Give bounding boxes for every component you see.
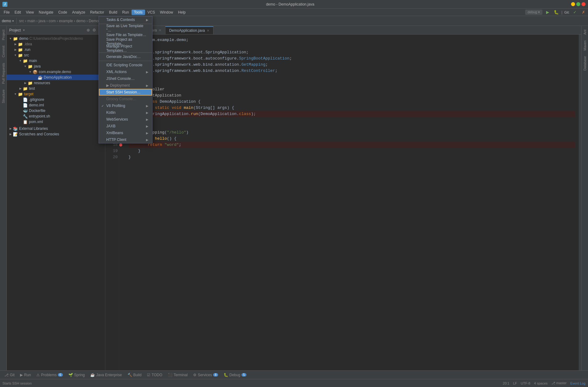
tree-item-demoiml[interactable]: ▶ 📄 demo.iml	[7, 102, 105, 108]
tree-item-java[interactable]: ▼ 📁 java	[7, 64, 105, 69]
git-check[interactable]: ✓	[571, 9, 578, 16]
bottom-tab-debug[interactable]: 🐛 Debug 5	[221, 372, 249, 378]
git-branch[interactable]: ⎇ master	[551, 381, 567, 385]
tree-item-main[interactable]: ▼ 📁 main	[7, 58, 105, 64]
sidebar-item-project[interactable]: Project	[1, 27, 6, 43]
menu-run[interactable]: Run	[120, 10, 132, 15]
menu-refactor[interactable]: Refactor	[88, 10, 107, 15]
sidebar-dropdown-icon[interactable]: ▾	[23, 28, 25, 32]
menu-navigate[interactable]: Navigate	[36, 10, 56, 15]
tab-close-factory[interactable]: ✕	[159, 28, 161, 32]
tab-demoapplication[interactable]: DemoApplication.java ✕	[165, 26, 213, 34]
bottom-tab-spring[interactable]: 🌱 Spring	[66, 372, 87, 378]
tree-item-external-libraries[interactable]: ▶ 📚 External Libraries	[7, 126, 105, 131]
tree-item-run[interactable]: ▶ 📁 .run	[7, 47, 105, 52]
sidebar-item-maven[interactable]: Maven	[582, 38, 587, 53]
bottom-tab-todo[interactable]: ☑ TODO	[144, 372, 164, 378]
tree-item-root[interactable]: ▼ 📁 demo C:\Users\wsx\IdeaProjects\demo	[7, 36, 105, 41]
charset[interactable]: UTF-8	[521, 381, 530, 385]
bottom-tab-run[interactable]: ▶ Run	[18, 372, 33, 378]
resources-folder-icon: 📁	[28, 81, 33, 85]
debug-button[interactable]: 🐛	[553, 9, 560, 16]
menu-tools[interactable]: Tools	[132, 10, 145, 15]
tree-item-resources[interactable]: ▶ 📁 resources	[7, 80, 105, 86]
menu-code[interactable]: Code	[56, 10, 70, 15]
tree-item-src[interactable]: ▼ 📁 src	[7, 52, 105, 58]
menu-item-tasks-contexts[interactable]: Tasks & Contexts ▶	[99, 16, 152, 23]
menu-item-start-ssh[interactable]: Start SSH Session…	[99, 89, 152, 96]
tree-item-test[interactable]: ▶ 📁 test	[7, 86, 105, 91]
tree-item-entrypoint[interactable]: ▶ 🔧 entrypoint.sh	[7, 113, 105, 119]
tab-close-app[interactable]: ✕	[207, 29, 209, 33]
settings-icon[interactable]: ⚙	[92, 27, 97, 33]
tree-label-scratches: Scratches and Consoles	[19, 132, 59, 136]
bottom-tab-build[interactable]: 🔨 Build	[125, 372, 144, 378]
bottom-tab-terminal[interactable]: ⬛ Terminal	[165, 372, 190, 378]
tree-item-pomxml[interactable]: ▶ 📋 pom.xml	[7, 119, 105, 125]
sidebar-item-structure[interactable]: Structure	[1, 87, 6, 106]
menu-edit[interactable]: Edit	[12, 10, 23, 15]
sidebar-item-database[interactable]: Database	[582, 54, 587, 73]
menu-item-generate-javadoc[interactable]: Generate JavaDoc…	[99, 53, 152, 60]
menu-item-v8-profiling[interactable]: ✓ V8 Profiling ▶	[99, 102, 152, 109]
breakpoint-18[interactable]	[119, 143, 122, 146]
menu-window[interactable]: Window	[157, 10, 176, 15]
menu-analyze[interactable]: Analyze	[70, 10, 88, 15]
editor-scrollbar[interactable]	[579, 35, 581, 370]
menu-item-jaxb[interactable]: JAXB ▶	[99, 123, 152, 130]
tree-item-idea[interactable]: ▶ 📁 .idea	[7, 41, 105, 47]
menu-item-deployment[interactable]: ▶ Deployment ▶	[99, 82, 152, 89]
bottom-tab-java-enterprise[interactable]: ☕ Java Enterprise	[88, 372, 124, 378]
project-selector[interactable]: demo ▾	[2, 19, 14, 23]
menu-view[interactable]: View	[23, 10, 36, 15]
bottom-tab-services[interactable]: ⚙ Services 8	[191, 372, 221, 378]
tree-item-target[interactable]: ▼ 📁 target	[7, 91, 105, 97]
window-controls[interactable]	[571, 2, 586, 6]
menu-item-manage-templates[interactable]: Manage Project Templates…	[99, 45, 152, 52]
run-icon: ▶	[20, 373, 23, 377]
indent-setting[interactable]: 4 spaces	[534, 381, 548, 385]
arrow-icon-jaxb: ▶	[146, 125, 148, 128]
project-tree: ▼ 📁 demo C:\Users\wsx\IdeaProjects\demo …	[7, 35, 105, 370]
arrow-icon: ▶	[146, 18, 148, 22]
menu-item-ide-scripting[interactable]: IDE Scripting Console	[99, 62, 152, 68]
tree-item-gitignore[interactable]: ▶ 📄 .gitignore	[7, 97, 105, 102]
bottom-tab-git[interactable]: ⎇ Git	[2, 372, 17, 378]
arrow-icon-deployment: ▶	[146, 84, 148, 87]
menu-build[interactable]: Build	[107, 10, 120, 15]
locate-icon[interactable]: ⊕	[86, 27, 91, 33]
menu-file[interactable]: File	[1, 10, 12, 15]
code-line-5: import org.springframework.web.bind.anno…	[128, 62, 575, 68]
menu-item-xmlbeans[interactable]: XmlBeans ▶	[99, 130, 152, 136]
code-editor[interactable]: package com.example.demo; import org.spr…	[125, 35, 579, 370]
minimize-button[interactable]	[571, 2, 575, 6]
menu-vcs[interactable]: VCS	[145, 10, 158, 15]
sidebar-item-pull-requests[interactable]: Pull Requests	[1, 60, 6, 86]
menu-item-groovy-console[interactable]: Groovy Console…	[99, 96, 152, 102]
run-config-dropdown[interactable]: debug ▾	[525, 10, 542, 15]
bottom-tab-problems[interactable]: ⚠ Problems 6	[34, 372, 65, 378]
sidebar-item-ant[interactable]: Ant	[582, 27, 587, 37]
tree-item-demoapplication[interactable]: ▶ ☕ DemoApplication	[7, 75, 105, 80]
run-button[interactable]: ▶	[544, 9, 551, 16]
tree-arrow-ext-libs: ▶	[8, 126, 13, 131]
git-x[interactable]: ✗	[580, 9, 587, 16]
code-line-7	[128, 74, 575, 80]
tree-label-package: com.example.demo	[39, 70, 71, 74]
menu-item-webservices[interactable]: WebServices ▶	[99, 116, 152, 123]
menu-item-jshell[interactable]: JShell Console…	[99, 75, 152, 82]
tree-item-scratches[interactable]: ▶ 📝 Scratches and Consoles	[7, 131, 105, 137]
close-button[interactable]	[582, 2, 586, 6]
maximize-button[interactable]	[576, 2, 580, 6]
tree-item-dockerfile[interactable]: ▶ 🐳 Dockerfile	[7, 108, 105, 113]
tree-item-package[interactable]: ▼ 📦 com.example.demo	[7, 69, 105, 75]
menu-help[interactable]: Help	[176, 10, 188, 15]
gitignore-icon: 📄	[23, 97, 28, 102]
menu-item-save-live-template[interactable]: Save as Live Template "…	[99, 25, 152, 31]
menu-item-kotlin[interactable]: Kotlin ▶	[99, 109, 152, 116]
code-line-17: String hello() {	[128, 136, 575, 142]
menu-item-http-client[interactable]: HTTP Client ▶	[99, 136, 152, 143]
event-log[interactable]: Event Log	[570, 381, 586, 385]
sidebar-item-commit[interactable]: Commit	[1, 43, 6, 60]
menu-item-xml-actions[interactable]: XML Actions ▶	[99, 68, 152, 75]
